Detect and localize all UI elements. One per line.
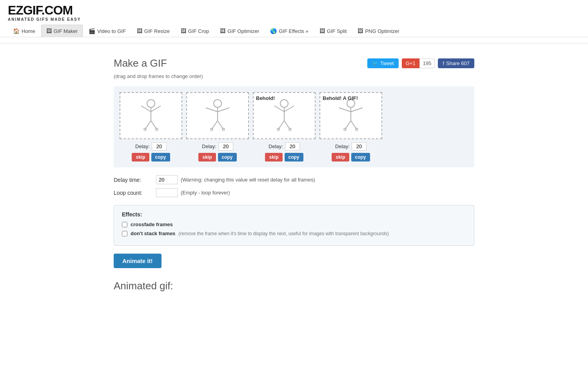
animated-title: Animated gif: [114,280,474,292]
no-stack-label[interactable]: don't stack frames [131,230,175,236]
nav-item-gif-maker[interactable]: 🖼GIF Maker [41,25,83,37]
nav-item-gif-optimizer[interactable]: 🖼GIF Optimizer [215,25,264,37]
delay-input-1[interactable] [152,142,167,151]
delay-row-4: Delay: [335,142,367,151]
no-stack-row: don't stack frames (remove the frame whe… [122,230,466,236]
settings-area: Delay time: (Warning: changing this valu… [114,175,474,197]
skip-button-1[interactable]: skip [132,153,149,162]
frame-image-3: Behold! [253,92,316,139]
delay-input-4[interactable] [352,142,367,151]
animate-button[interactable]: Animate it! [114,254,162,268]
frame-card-2: Delay: skip copy [186,92,249,162]
tweet-label: Tweet [380,60,394,66]
delay-label: Delay time: [114,177,153,183]
no-stack-desc: (remove the frame when it's time to disp… [178,231,389,236]
gplus-label: G+1 [406,60,416,66]
png-optimizer-nav-icon: 🖼 [358,28,363,34]
logo-subtext: ANIMATED GIFS MADE EASY [8,17,580,22]
frames-container: Delay: skip copy Delay: skip copy Behold… [114,86,474,167]
skip-button-2[interactable]: skip [198,153,216,162]
effects-box: Effects: crossfade frames don't stack fr… [114,205,474,246]
copy-button-1[interactable]: copy [151,153,170,162]
nav-item-png-optimizer[interactable]: 🖼PNG Optimizer [352,25,404,37]
header: EZGIF.COM ANIMATED GIFS MADE EASY 🏠Home🖼… [0,0,588,37]
svg-line-20 [278,121,284,129]
home-nav-icon: 🏠 [13,28,20,34]
copy-button-3[interactable]: copy [285,153,303,162]
svg-line-29 [351,121,357,129]
logo: EZGIF.COM [8,4,580,16]
copy-button-2[interactable]: copy [218,153,237,162]
nav-label-home: Home [22,28,35,34]
delay-label-2: Delay: [202,143,216,149]
loop-setting-row: Loop count: (Empty - loop forever) [114,188,474,197]
crossfade-checkbox[interactable] [122,222,127,227]
frame-image-4: Behold! A GIF! [319,92,382,139]
nav-label-gif-maker: GIF Maker [54,28,78,34]
nav-item-home[interactable]: 🏠Home [8,25,40,37]
svg-line-11 [218,108,229,112]
delay-input-3[interactable] [285,142,300,151]
svg-line-10 [206,108,218,112]
logo-text: EZGIF.COM [8,3,73,17]
delay-row-2: Delay: [202,142,233,151]
nav-label-gif-resize: GIF Resize [144,28,170,34]
tweet-button[interactable]: 🐦 Tweet [367,58,399,68]
gplus-button[interactable]: G+1 195 [402,58,435,68]
title-row: Make a GIF 🐦 Tweet G+1 195 f Share 607 [114,57,474,69]
nav-label-gif-crop: GIF Crop [188,28,209,34]
nav-item-video-to-gif[interactable]: 🎬Video to GIF [83,25,131,37]
no-stack-checkbox[interactable] [122,231,127,236]
frame-image-1 [120,92,182,139]
frame-text-4: Behold! A GIF! [323,95,358,101]
svg-line-12 [212,121,218,129]
svg-line-27 [351,108,363,112]
svg-point-0 [147,100,155,107]
nav-label-gif-split: GIF Split [327,28,347,34]
nav-label-gif-effects: GIF Effects » [279,28,309,34]
share-button[interactable]: f Share 607 [438,58,474,68]
crossfade-label[interactable]: crossfade frames [131,221,173,227]
frame-actions-4: skip copy [332,153,370,162]
loop-note: (Empty - loop forever) [181,190,230,196]
nav-item-gif-resize[interactable]: 🖼GIF Resize [132,25,175,37]
effects-title: Effects: [122,211,466,218]
svg-point-16 [280,100,288,107]
delay-note: (Warning: changing this value will reset… [181,177,315,183]
frame-card-4: Behold! A GIF! Delay: skip copy [319,92,382,162]
skip-button-4[interactable]: skip [332,153,349,162]
skip-button-3[interactable]: skip [265,153,282,162]
copy-button-4[interactable]: copy [351,153,370,162]
frame-card-1: Delay: skip copy [120,92,182,162]
nav-item-gif-crop[interactable]: 🖼GIF Crop [176,25,214,37]
svg-line-13 [218,121,223,129]
nav-item-gif-split[interactable]: 🖼GIF Split [314,25,352,37]
nav-label-gif-optimizer: GIF Optimizer [227,28,259,34]
frame-card-3: Behold! Delay: skip copy [253,92,316,162]
delay-input[interactable] [156,175,178,184]
delay-label-4: Delay: [335,143,350,149]
loop-input[interactable] [156,188,178,197]
nav-label-png-optimizer: PNG Optimizer [365,28,399,34]
nav-label-video-to-gif: Video to GIF [97,28,126,34]
gif-resize-nav-icon: 🖼 [137,28,142,34]
svg-point-8 [214,100,221,107]
delay-label-1: Delay: [135,143,150,149]
facebook-icon: f [443,60,444,66]
delay-input-2[interactable] [218,142,233,151]
page-title: Make a GIF [114,57,167,69]
delay-row-1: Delay: [135,142,167,151]
gplus-main[interactable]: G+1 [402,58,419,68]
gif-crop-nav-icon: 🖼 [181,28,186,34]
frame-text-3: Behold! [256,95,275,101]
svg-line-28 [345,121,351,129]
share-label: Share 607 [446,60,470,66]
delay-label-3: Delay: [269,143,283,149]
svg-line-5 [151,121,157,129]
svg-line-4 [145,121,151,129]
gif-maker-nav-icon: 🖼 [46,28,52,34]
gif-split-nav-icon: 🖼 [319,28,325,34]
nav: 🏠Home🖼GIF Maker🎬Video to GIF🖼GIF Resize🖼… [8,22,580,37]
frame-actions-3: skip copy [265,153,303,162]
nav-item-gif-effects[interactable]: 🌎GIF Effects » [265,25,314,37]
